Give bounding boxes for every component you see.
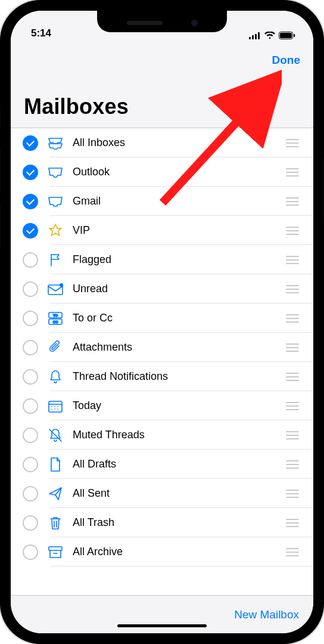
mailbox-label: All Archive [73,546,282,558]
mailbox-row-flagged[interactable]: Flagged [11,245,313,274]
checkbox[interactable] [23,281,38,297]
svg-rect-1 [252,35,254,39]
calendar-icon [46,397,64,415]
reorder-handle[interactable] [282,373,303,381]
reorder-handle[interactable] [282,197,303,206]
svg-text:CC: CC [53,320,58,324]
page-title: Mailboxes [24,94,300,119]
reorder-handle[interactable] [282,227,303,235]
paperclip-icon [46,339,64,357]
mailbox-row-thread-notifications[interactable]: Thread Notifications [11,362,313,391]
reorder-handle[interactable] [282,168,303,177]
mailbox-list[interactable]: All InboxesOutlookGmailVIPFlaggedUnreadT… [11,128,313,595]
status-time: 5:14 [31,27,51,39]
reorder-handle[interactable] [282,548,303,556]
mailbox-label: All Inboxes [73,137,282,149]
tray-icon [46,193,64,210]
mailbox-row-unread[interactable]: Unread [11,274,313,304]
iphone-frame: 5:14 Done Mailboxes All InboxesOutlookGm… [0,0,324,644]
svg-text:TO: TO [53,314,58,317]
nav-bar: Done [11,42,313,73]
checkbox[interactable] [23,340,38,355]
mailbox-label: Gmail [73,195,282,208]
star-icon [46,222,64,240]
mailbox-row-all-sent[interactable]: All Sent [11,479,313,508]
reorder-handle[interactable] [282,460,303,469]
reorder-handle[interactable] [282,256,303,264]
mailbox-label: Attachments [73,341,282,354]
mailbox-label: All Trash [73,516,282,529]
reorder-handle[interactable] [282,314,303,323]
checkbox[interactable] [23,428,38,443]
envelope-badge-icon [46,280,64,298]
checkbox[interactable] [23,398,38,414]
mailbox-label: Flagged [73,253,282,266]
mailbox-label: To or Cc [73,312,282,324]
paperplane-icon [46,485,64,503]
mailbox-label: Thread Notifications [73,370,282,383]
checkbox[interactable] [23,135,38,151]
checkbox[interactable] [23,515,38,531]
wifi-icon [264,32,275,39]
mailbox-row-all-trash[interactable]: All Trash [11,508,313,537]
mailbox-row-vip[interactable]: VIP [11,216,313,245]
mailbox-row-muted-threads[interactable]: Muted Threads [11,420,313,450]
reorder-handle[interactable] [282,519,303,527]
bell-icon [46,368,64,386]
mailbox-row-all-inboxes[interactable]: All Inboxes [11,128,313,157]
svg-line-14 [49,429,61,441]
mailbox-row-today[interactable]: Today [11,391,313,420]
done-button[interactable]: Done [272,48,301,73]
cellular-icon [249,32,261,39]
title-row: Mailboxes [11,73,313,128]
mailbox-label: Muted Threads [73,429,282,441]
checkbox[interactable] [23,165,38,180]
mailbox-row-gmail[interactable]: Gmail [11,187,313,216]
flag-icon [46,251,64,269]
checkbox[interactable] [23,311,38,326]
reorder-handle[interactable] [282,402,303,410]
checkbox[interactable] [23,457,38,472]
battery-icon [279,32,295,39]
bell-slash-icon [46,426,64,444]
doc-icon [46,456,64,473]
toolbar: New Mailbox [11,595,313,633]
checkbox[interactable] [23,544,38,560]
checkbox[interactable] [23,223,38,239]
mailbox-label: Today [73,400,282,412]
mailbox-label: VIP [73,224,282,237]
trash-icon [46,514,64,532]
home-indicator[interactable] [117,624,207,627]
mailbox-row-to-or-cc[interactable]: TOCCTo or Cc [11,304,313,333]
reorder-handle[interactable] [282,490,303,498]
mailbox-row-all-archive[interactable]: All Archive [11,537,313,566]
front-camera [191,20,198,26]
reorder-handle[interactable] [282,343,303,352]
reorder-handle[interactable] [282,139,303,147]
checkbox[interactable] [23,252,38,268]
svg-rect-6 [294,34,295,37]
svg-rect-5 [280,33,292,38]
screen: 5:14 Done Mailboxes All InboxesOutlookGm… [11,11,313,633]
to-cc-icon: TOCC [46,309,64,327]
svg-rect-0 [249,37,251,39]
reorder-handle[interactable] [282,431,303,439]
svg-point-8 [60,283,63,287]
new-mailbox-button[interactable]: New Mailbox [234,608,299,621]
checkbox[interactable] [23,486,38,501]
checkbox[interactable] [23,369,38,385]
notch [97,11,227,32]
mailbox-row-all-drafts[interactable]: All Drafts [11,450,313,479]
archivebox-icon [46,543,64,561]
mailbox-row-attachments[interactable]: Attachments [11,333,313,362]
mailbox-row-outlook[interactable]: Outlook [11,157,313,187]
svg-rect-15 [49,547,62,550]
checkbox[interactable] [23,194,38,209]
reorder-handle[interactable] [282,285,303,293]
svg-rect-2 [255,34,257,39]
speaker-grill [127,21,163,25]
mailbox-label: All Sent [73,487,282,500]
mailbox-label: All Drafts [73,458,282,470]
tray-stack-icon [46,134,64,152]
volume-down [0,203,1,250]
